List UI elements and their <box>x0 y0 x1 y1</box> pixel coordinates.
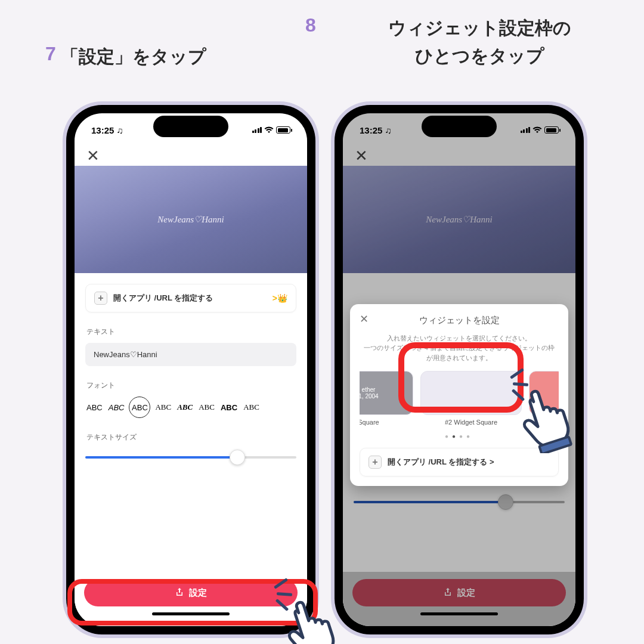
crown-icon: >👑 <box>273 293 287 303</box>
step-title: 「設定」をタップ <box>61 43 206 71</box>
close-icon[interactable]: ✕ <box>86 147 100 165</box>
signal-icon <box>252 127 262 133</box>
step-title: ウィジェット設定枠の ひとつをタップ <box>321 14 639 70</box>
font-option[interactable]: ABC <box>242 401 261 413</box>
bottom-bar: 設定 <box>75 572 307 626</box>
screen: 13:25 ♫ ✕ NewJeans♡Hanni <box>343 113 575 626</box>
step-number: 8 <box>305 14 316 36</box>
modal-description: 入れ替えたいウィジェットを選択してください。 一つのサイズにつき 4 個まで自由… <box>363 333 555 363</box>
plus-icon: + <box>94 292 107 305</box>
pointer-hand-icon <box>514 382 580 453</box>
screen: 13:25 ♫ ✕ NewJeans♡Hanni <box>75 113 307 626</box>
widget-slot-label: #2 Widget Square <box>445 419 497 426</box>
text-size-slider[interactable] <box>85 448 296 466</box>
font-option[interactable]: ABC <box>85 402 104 413</box>
section-size-label: テキストサイズ <box>86 432 296 442</box>
font-option-selected[interactable]: ABC <box>129 397 150 418</box>
settings-button-label: 設定 <box>189 587 207 599</box>
widget-slot-1[interactable]: ether 1, 2004 <box>360 371 413 415</box>
step-8-header: 8 ウィジェット設定枠の ひとつをタップ <box>305 14 639 70</box>
modal-close-icon[interactable]: ✕ <box>360 312 369 326</box>
text-input[interactable]: NewJeans♡Hanni <box>85 343 296 366</box>
pointer-hand-icon <box>279 593 345 644</box>
export-icon <box>175 587 184 599</box>
time-text: 13:25 <box>91 125 114 135</box>
step-number: 7 <box>45 43 56 65</box>
widget-slot-label: Square <box>360 419 379 426</box>
font-option[interactable]: ABC <box>154 401 172 413</box>
modal-title: ウィジェットを設定 <box>360 315 559 326</box>
widget-slot-text: 1, 2004 <box>360 393 379 400</box>
widget-slot-text: ether <box>362 386 376 393</box>
phone-body: 13:25 ♫ ✕ NewJeans♡Hanni <box>66 105 315 634</box>
step-7-header: 7 「設定」をタップ <box>45 43 206 71</box>
dynamic-island <box>422 116 497 137</box>
font-option[interactable]: ABC <box>107 402 126 413</box>
font-options: ABC ABC ABC ABC ABC ABC ABC ABC <box>85 397 296 418</box>
phone-mockup-right: 13:25 ♫ ✕ NewJeans♡Hanni <box>331 101 587 638</box>
font-option[interactable]: ABC <box>176 401 194 413</box>
open-app-label: 開くアプリ /URL を指定する <box>113 293 213 304</box>
wifi-icon <box>264 125 274 135</box>
dynamic-island <box>153 116 228 137</box>
font-option[interactable]: ABC <box>219 402 239 413</box>
section-text-label: テキスト <box>86 327 296 337</box>
font-option[interactable]: ABC <box>197 401 216 413</box>
settings-button[interactable]: 設定 <box>84 579 298 606</box>
chevron-icon: > <box>273 293 277 303</box>
section-font-label: フォント <box>86 380 296 391</box>
preview-text: NewJeans♡Hanni <box>157 214 224 225</box>
headphones-icon: ♫ <box>116 125 123 135</box>
battery-icon <box>276 126 290 134</box>
phone-body: 13:25 ♫ ✕ NewJeans♡Hanni <box>335 105 584 634</box>
status-time: 13:25 ♫ <box>91 125 123 135</box>
open-app-label: 開くアプリ /URL を指定する > <box>388 457 494 467</box>
plus-icon: + <box>369 456 382 469</box>
widget-slot-2[interactable] <box>420 371 522 415</box>
preview-widget: NewJeans♡Hanni <box>75 166 307 273</box>
slider-fill <box>85 456 237 459</box>
slider-thumb[interactable] <box>230 450 245 465</box>
phone-mockup-left: 13:25 ♫ ✕ NewJeans♡Hanni <box>63 101 319 638</box>
home-indicator <box>152 612 230 615</box>
open-app-row[interactable]: + 開くアプリ /URL を指定する >👑 <box>85 284 296 312</box>
